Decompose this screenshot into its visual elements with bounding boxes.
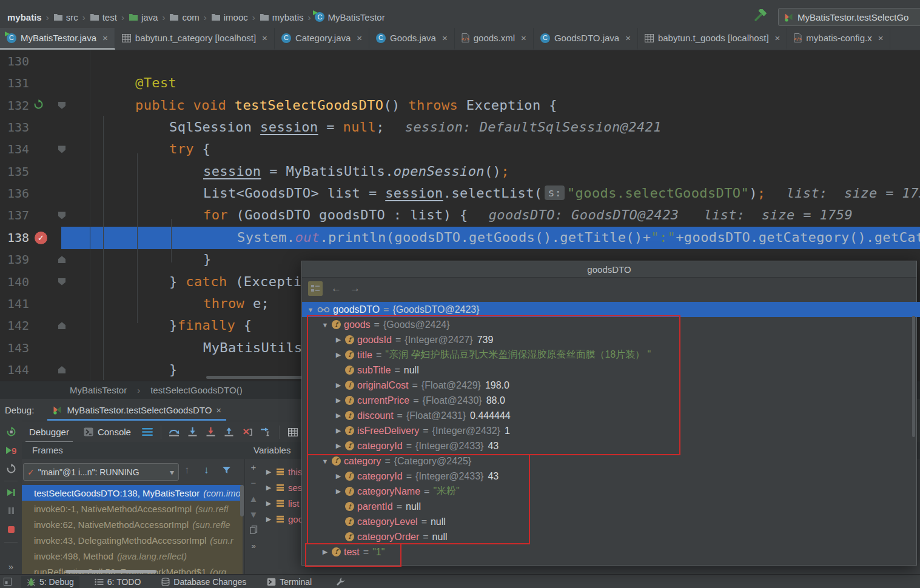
add-watch-button[interactable]: + bbox=[245, 459, 262, 475]
code-line[interactable] bbox=[0, 50, 920, 72]
breadcrumb-item-mybatis[interactable]: mybatis bbox=[260, 12, 304, 22]
breadcrumb-item-mybatis[interactable]: mybatis bbox=[7, 12, 42, 22]
tab-console[interactable]: Console bbox=[76, 421, 138, 443]
more-chevron-button[interactable]: » bbox=[245, 538, 262, 553]
run-configuration-select[interactable]: MyBatisTestor.testSelectGo bbox=[778, 8, 920, 26]
chevron-right-icon: › bbox=[137, 385, 140, 395]
thread-selector[interactable]: ✓ "main"@1 i...n": RUNNING ▾ bbox=[23, 463, 179, 481]
code-line[interactable]: public void testSelectGoodsDTO() throws … bbox=[0, 95, 920, 116]
code-line[interactable]: List<GoodsDTO> list = session.selectList… bbox=[0, 182, 920, 204]
drop-frame-icon bbox=[242, 428, 252, 436]
duplicate-button[interactable] bbox=[245, 522, 262, 538]
breadcrumb-item-java[interactable]: java bbox=[129, 12, 158, 22]
close-icon[interactable]: × bbox=[102, 33, 108, 43]
editor-tab-mybatistestor-java[interactable]: CMyBatisTestor.java× bbox=[0, 28, 115, 50]
breadcrumb-item-src[interactable]: src bbox=[53, 12, 78, 22]
code-line[interactable]: for (GoodsDTO goodsDTO : list) {goodsDTO… bbox=[0, 204, 920, 226]
breakpoint-icon[interactable]: ✓ bbox=[35, 232, 47, 244]
grid-button[interactable] bbox=[284, 424, 302, 440]
chevron-right-icon[interactable]: ▶ bbox=[265, 468, 272, 476]
debug-session-tab[interactable]: MyBatisTestor.testSelectGoodsDTO × bbox=[47, 399, 226, 421]
chevron-right-icon[interactable]: ▶ bbox=[265, 484, 272, 492]
more-chevron-button[interactable]: » bbox=[2, 560, 19, 574]
show-fields-button[interactable] bbox=[308, 281, 323, 296]
breadcrumb-item-test[interactable]: test bbox=[90, 12, 117, 22]
editor-tab-babytun-t-category-localhost-[interactable]: babytun.t_category [localhost]× bbox=[115, 28, 275, 50]
editor-tab-goods-java[interactable]: CGoods.java× bbox=[369, 28, 455, 50]
build-hammer-icon[interactable] bbox=[754, 9, 768, 22]
editor-tab-goods-xml[interactable]: </>goods.xml× bbox=[455, 28, 534, 50]
close-icon[interactable]: × bbox=[521, 33, 526, 43]
statusbar-item-terminal[interactable]: Terminal bbox=[261, 576, 317, 588]
stack-frame-row[interactable]: invoke:498, Method(java.lang.reflect) bbox=[22, 548, 243, 564]
close-icon[interactable]: × bbox=[878, 33, 884, 43]
resume9-icon: 9 bbox=[5, 446, 17, 455]
code-line[interactable]: session = MyBatisUtils.openSession(); bbox=[0, 161, 920, 182]
breadcrumb-item-com[interactable]: com bbox=[169, 12, 199, 22]
code-token: ; bbox=[376, 119, 384, 135]
hamburger-button[interactable] bbox=[138, 424, 156, 440]
code-line[interactable]: try { bbox=[0, 138, 920, 160]
step-into-button[interactable] bbox=[184, 424, 202, 440]
close-icon[interactable]: × bbox=[216, 405, 221, 415]
stop-button[interactable] bbox=[2, 522, 19, 536]
refresh-button[interactable] bbox=[2, 461, 19, 476]
watch-glasses-icon bbox=[317, 307, 330, 313]
force-step-button[interactable] bbox=[202, 424, 220, 440]
stack-frame-row[interactable]: invoke0:-1, NativeMethodAccessorImpl(sun… bbox=[22, 501, 243, 516]
wrench-icon[interactable] bbox=[335, 577, 345, 587]
forward-arrow-icon[interactable]: → bbox=[350, 282, 360, 295]
popup-scrollbar[interactable] bbox=[912, 316, 915, 437]
run-cursor-button[interactable] bbox=[257, 424, 275, 440]
editor-tab-goodsdto-java[interactable]: CGoodsDTO.java× bbox=[534, 28, 638, 50]
variables-mini-toolbar: +−▲▼» bbox=[244, 459, 262, 574]
editor-tab-babytun-t-goods-localhost-[interactable]: babytun.t_goods [localhost]× bbox=[638, 28, 787, 50]
variable-row-list[interactable]: ▶list bbox=[265, 495, 299, 511]
rerun-button[interactable] bbox=[2, 424, 19, 439]
chevron-right-icon[interactable]: ▶ bbox=[265, 499, 272, 507]
frames-scrollbar-vertical[interactable] bbox=[240, 485, 244, 516]
move-up-button[interactable]: ▲ bbox=[245, 490, 262, 506]
code-line[interactable]: SqlSession session = null;session: Defau… bbox=[0, 116, 920, 138]
close-icon[interactable]: × bbox=[775, 33, 781, 43]
frame-down-icon[interactable]: ↓ bbox=[204, 465, 209, 475]
close-icon[interactable]: × bbox=[442, 33, 448, 43]
resume9-button[interactable]: 9 bbox=[2, 443, 19, 457]
breadcrumb-item-label: imooc bbox=[224, 12, 248, 22]
breadcrumb-method[interactable]: testSelectGoodsDTO() bbox=[150, 385, 242, 395]
variable-row-this[interactable]: ▶this bbox=[265, 464, 302, 479]
code-line[interactable]: System.out.println(goodsDTO.getGoods().g… bbox=[0, 227, 920, 249]
breadcrumb-item-imooc[interactable]: imooc bbox=[211, 12, 248, 22]
stack-frame-row[interactable]: invoke:43, DelegatingMethodAccessorImpl(… bbox=[22, 532, 243, 548]
statusbar-item-database-changes[interactable]: Database Changes bbox=[156, 576, 252, 588]
stack-frame-row[interactable]: invoke:62, NativeMethodAccessorImpl(sun.… bbox=[22, 516, 243, 532]
statusbar-item-6-todo[interactable]: 6: TODO bbox=[89, 576, 147, 588]
run-test-gutter-icon[interactable] bbox=[33, 99, 44, 110]
statusbar-item-5-debug[interactable]: 5: Debug bbox=[21, 576, 79, 588]
chevron-right-icon[interactable]: ▶ bbox=[265, 515, 272, 523]
close-icon[interactable]: × bbox=[262, 33, 267, 43]
breadcrumb-class[interactable]: MyBatisTestor bbox=[70, 385, 127, 395]
back-arrow-icon[interactable]: ← bbox=[331, 282, 341, 295]
stack-frame-row[interactable]: testSelectGoodsDTO:138, MyBatisTestor(co… bbox=[22, 485, 243, 501]
move-down-button[interactable]: ▼ bbox=[245, 506, 262, 522]
tab-debugger[interactable]: Debugger bbox=[22, 421, 76, 443]
editor-tab-mybatis-config-x[interactable]: </>mybatis-config.x× bbox=[787, 28, 890, 50]
tool-window-switcher-icon[interactable] bbox=[4, 578, 12, 586]
filter-funnel-icon[interactable] bbox=[222, 466, 231, 474]
frames-scrollbar-horizontal[interactable] bbox=[65, 570, 156, 573]
db-icon bbox=[161, 578, 170, 586]
drop-frame-button[interactable] bbox=[238, 424, 257, 440]
editor-tab-category-java[interactable]: CCategory.java× bbox=[275, 28, 369, 50]
step-over-button[interactable] bbox=[166, 424, 184, 440]
chevron-down-icon[interactable]: ▼ bbox=[307, 306, 314, 313]
code-line[interactable]: @Test bbox=[0, 72, 920, 94]
close-icon[interactable]: × bbox=[625, 33, 631, 43]
frame-up-icon[interactable]: ↑ bbox=[184, 465, 190, 475]
pause-button[interactable] bbox=[2, 504, 19, 518]
resume-button[interactable] bbox=[2, 485, 19, 499]
remove-watch-button[interactable]: − bbox=[245, 475, 262, 490]
breadcrumb-item-MyBatisTestor[interactable]: CMyBatisTestor bbox=[315, 12, 384, 22]
close-icon[interactable]: × bbox=[357, 33, 362, 43]
step-out-button[interactable] bbox=[220, 424, 238, 440]
